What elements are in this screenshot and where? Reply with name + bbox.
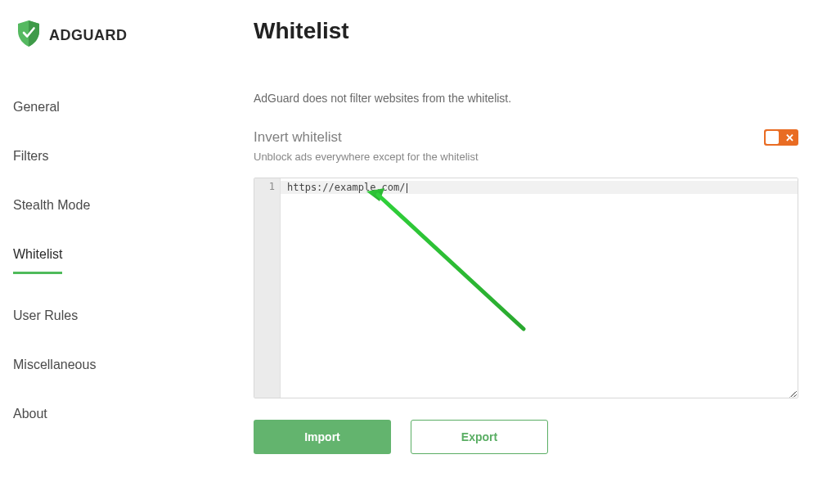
editor-gutter: 1 [254, 178, 281, 398]
shield-check-icon [16, 20, 41, 51]
sidebar: ADGUARD General Filters Stealth Mode Whi… [0, 0, 229, 504]
invert-whitelist-subtitle: Unblock ads everywhere except for the wh… [254, 151, 479, 163]
text-cursor [407, 183, 407, 193]
resize-handle-icon[interactable] [788, 388, 796, 396]
whitelist-editor[interactable]: 1 https://example.com/ [254, 178, 798, 398]
sidebar-item-miscellaneous[interactable]: Miscellaneous [13, 358, 96, 372]
export-button[interactable]: Export [411, 420, 548, 454]
sidebar-item-about[interactable]: About [13, 407, 47, 421]
sidebar-item-stealth-mode[interactable]: Stealth Mode [13, 198, 90, 213]
svg-line-1 [792, 395, 795, 398]
sidebar-item-user-rules[interactable]: User Rules [13, 308, 78, 323]
editor-line[interactable]: https://example.com/ [281, 181, 798, 194]
brand-name: ADGUARD [49, 27, 128, 44]
gutter-line-number: 1 [254, 181, 280, 192]
button-row: Import Export [254, 420, 798, 454]
import-button[interactable]: Import [254, 420, 391, 454]
sidebar-item-general[interactable]: General [13, 100, 60, 115]
svg-line-0 [789, 392, 795, 398]
sidebar-nav: General Filters Stealth Mode Whitelist U… [13, 100, 229, 421]
sidebar-item-whitelist[interactable]: Whitelist [13, 247, 62, 274]
sidebar-item-filters[interactable]: Filters [13, 149, 49, 164]
main-content: Whitelist AdGuard does not filter websit… [229, 0, 818, 504]
logo: ADGUARD [13, 20, 229, 51]
editor-code-area[interactable]: https://example.com/ [281, 178, 798, 398]
page-description: AdGuard does not filter websites from th… [254, 92, 798, 105]
close-icon: ✕ [785, 133, 794, 143]
invert-whitelist-title: Invert whitelist [254, 129, 479, 146]
page-title: Whitelist [254, 18, 798, 44]
invert-whitelist-toggle[interactable]: ✕ [764, 129, 798, 146]
invert-whitelist-row: Invert whitelist Unblock ads everywhere … [254, 129, 798, 163]
